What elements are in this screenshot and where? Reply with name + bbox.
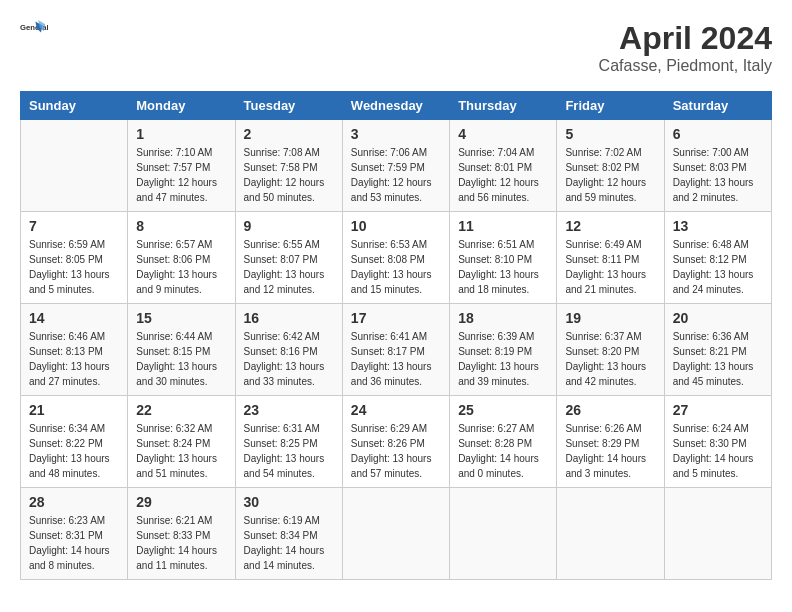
calendar-cell: 12Sunrise: 6:49 AM Sunset: 8:11 PM Dayli… bbox=[557, 212, 664, 304]
header-day-tuesday: Tuesday bbox=[235, 92, 342, 120]
calendar-cell: 1Sunrise: 7:10 AM Sunset: 7:57 PM Daylig… bbox=[128, 120, 235, 212]
calendar-table: SundayMondayTuesdayWednesdayThursdayFrid… bbox=[20, 91, 772, 580]
day-number: 12 bbox=[565, 218, 655, 234]
header-day-wednesday: Wednesday bbox=[342, 92, 449, 120]
header-day-monday: Monday bbox=[128, 92, 235, 120]
week-row-3: 14Sunrise: 6:46 AM Sunset: 8:13 PM Dayli… bbox=[21, 304, 772, 396]
calendar-cell: 16Sunrise: 6:42 AM Sunset: 8:16 PM Dayli… bbox=[235, 304, 342, 396]
calendar-cell: 2Sunrise: 7:08 AM Sunset: 7:58 PM Daylig… bbox=[235, 120, 342, 212]
calendar-cell: 5Sunrise: 7:02 AM Sunset: 8:02 PM Daylig… bbox=[557, 120, 664, 212]
subtitle: Cafasse, Piedmont, Italy bbox=[599, 57, 772, 75]
day-number: 18 bbox=[458, 310, 548, 326]
header-day-friday: Friday bbox=[557, 92, 664, 120]
calendar-cell: 20Sunrise: 6:36 AM Sunset: 8:21 PM Dayli… bbox=[664, 304, 771, 396]
day-number: 24 bbox=[351, 402, 441, 418]
day-number: 27 bbox=[673, 402, 763, 418]
day-info: Sunrise: 6:42 AM Sunset: 8:16 PM Dayligh… bbox=[244, 329, 334, 389]
calendar-cell: 19Sunrise: 6:37 AM Sunset: 8:20 PM Dayli… bbox=[557, 304, 664, 396]
day-info: Sunrise: 6:34 AM Sunset: 8:22 PM Dayligh… bbox=[29, 421, 119, 481]
day-number: 28 bbox=[29, 494, 119, 510]
calendar-cell bbox=[664, 488, 771, 580]
calendar-cell bbox=[342, 488, 449, 580]
week-row-1: 1Sunrise: 7:10 AM Sunset: 7:57 PM Daylig… bbox=[21, 120, 772, 212]
day-info: Sunrise: 6:29 AM Sunset: 8:26 PM Dayligh… bbox=[351, 421, 441, 481]
day-number: 4 bbox=[458, 126, 548, 142]
calendar-cell: 18Sunrise: 6:39 AM Sunset: 8:19 PM Dayli… bbox=[450, 304, 557, 396]
day-info: Sunrise: 6:24 AM Sunset: 8:30 PM Dayligh… bbox=[673, 421, 763, 481]
page-header: General April 2024 Cafasse, Piedmont, It… bbox=[20, 20, 772, 75]
day-info: Sunrise: 7:10 AM Sunset: 7:57 PM Dayligh… bbox=[136, 145, 226, 205]
day-number: 2 bbox=[244, 126, 334, 142]
day-number: 14 bbox=[29, 310, 119, 326]
title-block: April 2024 Cafasse, Piedmont, Italy bbox=[599, 20, 772, 75]
day-number: 8 bbox=[136, 218, 226, 234]
day-number: 19 bbox=[565, 310, 655, 326]
day-number: 21 bbox=[29, 402, 119, 418]
day-info: Sunrise: 6:48 AM Sunset: 8:12 PM Dayligh… bbox=[673, 237, 763, 297]
main-title: April 2024 bbox=[599, 20, 772, 57]
calendar-cell: 9Sunrise: 6:55 AM Sunset: 8:07 PM Daylig… bbox=[235, 212, 342, 304]
calendar-cell: 23Sunrise: 6:31 AM Sunset: 8:25 PM Dayli… bbox=[235, 396, 342, 488]
day-info: Sunrise: 6:55 AM Sunset: 8:07 PM Dayligh… bbox=[244, 237, 334, 297]
calendar-cell: 28Sunrise: 6:23 AM Sunset: 8:31 PM Dayli… bbox=[21, 488, 128, 580]
calendar-cell: 4Sunrise: 7:04 AM Sunset: 8:01 PM Daylig… bbox=[450, 120, 557, 212]
day-number: 6 bbox=[673, 126, 763, 142]
day-number: 1 bbox=[136, 126, 226, 142]
day-info: Sunrise: 6:21 AM Sunset: 8:33 PM Dayligh… bbox=[136, 513, 226, 573]
calendar-cell: 3Sunrise: 7:06 AM Sunset: 7:59 PM Daylig… bbox=[342, 120, 449, 212]
day-number: 3 bbox=[351, 126, 441, 142]
day-info: Sunrise: 6:46 AM Sunset: 8:13 PM Dayligh… bbox=[29, 329, 119, 389]
day-info: Sunrise: 7:02 AM Sunset: 8:02 PM Dayligh… bbox=[565, 145, 655, 205]
day-info: Sunrise: 7:08 AM Sunset: 7:58 PM Dayligh… bbox=[244, 145, 334, 205]
calendar-cell: 30Sunrise: 6:19 AM Sunset: 8:34 PM Dayli… bbox=[235, 488, 342, 580]
day-number: 20 bbox=[673, 310, 763, 326]
week-row-4: 21Sunrise: 6:34 AM Sunset: 8:22 PM Dayli… bbox=[21, 396, 772, 488]
day-number: 26 bbox=[565, 402, 655, 418]
calendar-cell: 17Sunrise: 6:41 AM Sunset: 8:17 PM Dayli… bbox=[342, 304, 449, 396]
day-number: 15 bbox=[136, 310, 226, 326]
day-info: Sunrise: 6:49 AM Sunset: 8:11 PM Dayligh… bbox=[565, 237, 655, 297]
day-info: Sunrise: 6:31 AM Sunset: 8:25 PM Dayligh… bbox=[244, 421, 334, 481]
day-info: Sunrise: 6:53 AM Sunset: 8:08 PM Dayligh… bbox=[351, 237, 441, 297]
calendar-cell: 6Sunrise: 7:00 AM Sunset: 8:03 PM Daylig… bbox=[664, 120, 771, 212]
day-info: Sunrise: 6:32 AM Sunset: 8:24 PM Dayligh… bbox=[136, 421, 226, 481]
day-number: 25 bbox=[458, 402, 548, 418]
calendar-header: SundayMondayTuesdayWednesdayThursdayFrid… bbox=[21, 92, 772, 120]
day-number: 29 bbox=[136, 494, 226, 510]
day-info: Sunrise: 6:37 AM Sunset: 8:20 PM Dayligh… bbox=[565, 329, 655, 389]
calendar-cell: 13Sunrise: 6:48 AM Sunset: 8:12 PM Dayli… bbox=[664, 212, 771, 304]
day-info: Sunrise: 7:00 AM Sunset: 8:03 PM Dayligh… bbox=[673, 145, 763, 205]
day-number: 10 bbox=[351, 218, 441, 234]
calendar-cell: 21Sunrise: 6:34 AM Sunset: 8:22 PM Dayli… bbox=[21, 396, 128, 488]
day-info: Sunrise: 6:19 AM Sunset: 8:34 PM Dayligh… bbox=[244, 513, 334, 573]
calendar-cell: 14Sunrise: 6:46 AM Sunset: 8:13 PM Dayli… bbox=[21, 304, 128, 396]
calendar-cell bbox=[557, 488, 664, 580]
calendar-cell: 8Sunrise: 6:57 AM Sunset: 8:06 PM Daylig… bbox=[128, 212, 235, 304]
day-number: 9 bbox=[244, 218, 334, 234]
day-info: Sunrise: 6:51 AM Sunset: 8:10 PM Dayligh… bbox=[458, 237, 548, 297]
day-info: Sunrise: 6:27 AM Sunset: 8:28 PM Dayligh… bbox=[458, 421, 548, 481]
week-row-2: 7Sunrise: 6:59 AM Sunset: 8:05 PM Daylig… bbox=[21, 212, 772, 304]
header-day-saturday: Saturday bbox=[664, 92, 771, 120]
calendar-cell: 29Sunrise: 6:21 AM Sunset: 8:33 PM Dayli… bbox=[128, 488, 235, 580]
calendar-cell: 27Sunrise: 6:24 AM Sunset: 8:30 PM Dayli… bbox=[664, 396, 771, 488]
logo-icon: General bbox=[20, 20, 48, 48]
calendar-cell: 24Sunrise: 6:29 AM Sunset: 8:26 PM Dayli… bbox=[342, 396, 449, 488]
day-info: Sunrise: 7:06 AM Sunset: 7:59 PM Dayligh… bbox=[351, 145, 441, 205]
day-number: 17 bbox=[351, 310, 441, 326]
calendar-cell: 11Sunrise: 6:51 AM Sunset: 8:10 PM Dayli… bbox=[450, 212, 557, 304]
calendar-cell bbox=[21, 120, 128, 212]
day-number: 16 bbox=[244, 310, 334, 326]
calendar-cell bbox=[450, 488, 557, 580]
day-number: 13 bbox=[673, 218, 763, 234]
calendar-cell: 25Sunrise: 6:27 AM Sunset: 8:28 PM Dayli… bbox=[450, 396, 557, 488]
day-number: 23 bbox=[244, 402, 334, 418]
week-row-5: 28Sunrise: 6:23 AM Sunset: 8:31 PM Dayli… bbox=[21, 488, 772, 580]
day-info: Sunrise: 6:36 AM Sunset: 8:21 PM Dayligh… bbox=[673, 329, 763, 389]
day-number: 11 bbox=[458, 218, 548, 234]
calendar-cell: 15Sunrise: 6:44 AM Sunset: 8:15 PM Dayli… bbox=[128, 304, 235, 396]
day-number: 30 bbox=[244, 494, 334, 510]
day-info: Sunrise: 6:23 AM Sunset: 8:31 PM Dayligh… bbox=[29, 513, 119, 573]
calendar-body: 1Sunrise: 7:10 AM Sunset: 7:57 PM Daylig… bbox=[21, 120, 772, 580]
calendar-cell: 10Sunrise: 6:53 AM Sunset: 8:08 PM Dayli… bbox=[342, 212, 449, 304]
